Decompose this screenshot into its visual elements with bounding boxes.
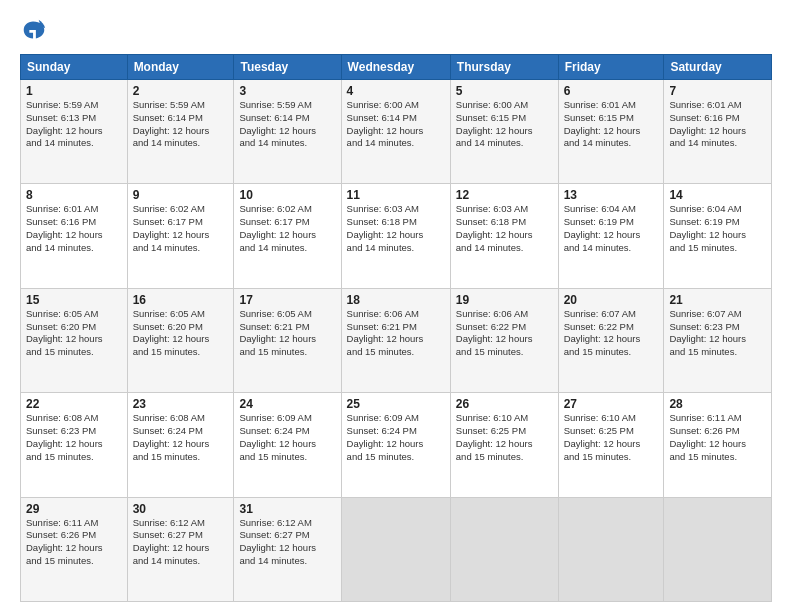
calendar-day-cell: 31Sunrise: 6:12 AMSunset: 6:27 PMDayligh… — [234, 497, 341, 601]
day-info: Sunrise: 6:10 AMSunset: 6:25 PMDaylight:… — [456, 412, 553, 463]
day-number: 18 — [347, 293, 445, 307]
day-number: 11 — [347, 188, 445, 202]
day-info: Sunrise: 6:01 AMSunset: 6:16 PMDaylight:… — [669, 99, 766, 150]
calendar-day-cell: 16Sunrise: 6:05 AMSunset: 6:20 PMDayligh… — [127, 288, 234, 392]
calendar-week-row: 1Sunrise: 5:59 AMSunset: 6:13 PMDaylight… — [21, 80, 772, 184]
calendar-day-cell — [450, 497, 558, 601]
calendar-day-cell: 23Sunrise: 6:08 AMSunset: 6:24 PMDayligh… — [127, 393, 234, 497]
calendar-day-cell — [341, 497, 450, 601]
header — [20, 16, 772, 44]
calendar-day-cell: 26Sunrise: 6:10 AMSunset: 6:25 PMDayligh… — [450, 393, 558, 497]
day-number: 15 — [26, 293, 122, 307]
day-number: 30 — [133, 502, 229, 516]
day-info: Sunrise: 6:11 AMSunset: 6:26 PMDaylight:… — [669, 412, 766, 463]
calendar-day-cell: 15Sunrise: 6:05 AMSunset: 6:20 PMDayligh… — [21, 288, 128, 392]
day-info: Sunrise: 6:06 AMSunset: 6:21 PMDaylight:… — [347, 308, 445, 359]
weekday-header: Friday — [558, 55, 664, 80]
day-number: 5 — [456, 84, 553, 98]
weekday-header: Saturday — [664, 55, 772, 80]
calendar-day-cell: 2Sunrise: 5:59 AMSunset: 6:14 PMDaylight… — [127, 80, 234, 184]
weekday-header-row: SundayMondayTuesdayWednesdayThursdayFrid… — [21, 55, 772, 80]
day-info: Sunrise: 6:12 AMSunset: 6:27 PMDaylight:… — [133, 517, 229, 568]
calendar-week-row: 8Sunrise: 6:01 AMSunset: 6:16 PMDaylight… — [21, 184, 772, 288]
weekday-header: Sunday — [21, 55, 128, 80]
day-number: 14 — [669, 188, 766, 202]
calendar-day-cell: 21Sunrise: 6:07 AMSunset: 6:23 PMDayligh… — [664, 288, 772, 392]
day-number: 3 — [239, 84, 335, 98]
calendar-day-cell — [558, 497, 664, 601]
day-info: Sunrise: 6:10 AMSunset: 6:25 PMDaylight:… — [564, 412, 659, 463]
calendar-day-cell: 20Sunrise: 6:07 AMSunset: 6:22 PMDayligh… — [558, 288, 664, 392]
day-info: Sunrise: 6:00 AMSunset: 6:15 PMDaylight:… — [456, 99, 553, 150]
day-number: 29 — [26, 502, 122, 516]
calendar-day-cell: 28Sunrise: 6:11 AMSunset: 6:26 PMDayligh… — [664, 393, 772, 497]
day-number: 20 — [564, 293, 659, 307]
calendar-day-cell: 11Sunrise: 6:03 AMSunset: 6:18 PMDayligh… — [341, 184, 450, 288]
day-number: 4 — [347, 84, 445, 98]
calendar-day-cell: 24Sunrise: 6:09 AMSunset: 6:24 PMDayligh… — [234, 393, 341, 497]
calendar-week-row: 22Sunrise: 6:08 AMSunset: 6:23 PMDayligh… — [21, 393, 772, 497]
day-number: 9 — [133, 188, 229, 202]
calendar-week-row: 29Sunrise: 6:11 AMSunset: 6:26 PMDayligh… — [21, 497, 772, 601]
day-number: 13 — [564, 188, 659, 202]
day-info: Sunrise: 6:09 AMSunset: 6:24 PMDaylight:… — [347, 412, 445, 463]
weekday-header: Tuesday — [234, 55, 341, 80]
day-info: Sunrise: 6:11 AMSunset: 6:26 PMDaylight:… — [26, 517, 122, 568]
day-number: 8 — [26, 188, 122, 202]
day-info: Sunrise: 6:06 AMSunset: 6:22 PMDaylight:… — [456, 308, 553, 359]
calendar-day-cell: 5Sunrise: 6:00 AMSunset: 6:15 PMDaylight… — [450, 80, 558, 184]
day-number: 25 — [347, 397, 445, 411]
calendar-day-cell: 7Sunrise: 6:01 AMSunset: 6:16 PMDaylight… — [664, 80, 772, 184]
day-number: 2 — [133, 84, 229, 98]
day-number: 19 — [456, 293, 553, 307]
calendar-day-cell — [664, 497, 772, 601]
logo — [20, 16, 52, 44]
calendar-table: SundayMondayTuesdayWednesdayThursdayFrid… — [20, 54, 772, 602]
day-info: Sunrise: 6:03 AMSunset: 6:18 PMDaylight:… — [347, 203, 445, 254]
day-info: Sunrise: 6:00 AMSunset: 6:14 PMDaylight:… — [347, 99, 445, 150]
day-info: Sunrise: 6:04 AMSunset: 6:19 PMDaylight:… — [564, 203, 659, 254]
calendar-day-cell: 14Sunrise: 6:04 AMSunset: 6:19 PMDayligh… — [664, 184, 772, 288]
day-number: 22 — [26, 397, 122, 411]
calendar-day-cell: 3Sunrise: 5:59 AMSunset: 6:14 PMDaylight… — [234, 80, 341, 184]
day-info: Sunrise: 6:01 AMSunset: 6:15 PMDaylight:… — [564, 99, 659, 150]
calendar-day-cell: 25Sunrise: 6:09 AMSunset: 6:24 PMDayligh… — [341, 393, 450, 497]
day-info: Sunrise: 6:05 AMSunset: 6:20 PMDaylight:… — [133, 308, 229, 359]
calendar-day-cell: 10Sunrise: 6:02 AMSunset: 6:17 PMDayligh… — [234, 184, 341, 288]
calendar-day-cell: 9Sunrise: 6:02 AMSunset: 6:17 PMDaylight… — [127, 184, 234, 288]
day-info: Sunrise: 5:59 AMSunset: 6:13 PMDaylight:… — [26, 99, 122, 150]
calendar-day-cell: 8Sunrise: 6:01 AMSunset: 6:16 PMDaylight… — [21, 184, 128, 288]
day-info: Sunrise: 6:12 AMSunset: 6:27 PMDaylight:… — [239, 517, 335, 568]
day-info: Sunrise: 6:09 AMSunset: 6:24 PMDaylight:… — [239, 412, 335, 463]
day-number: 24 — [239, 397, 335, 411]
day-info: Sunrise: 6:03 AMSunset: 6:18 PMDaylight:… — [456, 203, 553, 254]
day-number: 31 — [239, 502, 335, 516]
weekday-header: Thursday — [450, 55, 558, 80]
calendar-week-row: 15Sunrise: 6:05 AMSunset: 6:20 PMDayligh… — [21, 288, 772, 392]
day-info: Sunrise: 6:08 AMSunset: 6:23 PMDaylight:… — [26, 412, 122, 463]
day-number: 12 — [456, 188, 553, 202]
page: SundayMondayTuesdayWednesdayThursdayFrid… — [0, 0, 792, 612]
day-number: 17 — [239, 293, 335, 307]
day-info: Sunrise: 5:59 AMSunset: 6:14 PMDaylight:… — [239, 99, 335, 150]
calendar-day-cell: 1Sunrise: 5:59 AMSunset: 6:13 PMDaylight… — [21, 80, 128, 184]
day-info: Sunrise: 6:07 AMSunset: 6:22 PMDaylight:… — [564, 308, 659, 359]
day-number: 21 — [669, 293, 766, 307]
day-number: 10 — [239, 188, 335, 202]
day-info: Sunrise: 6:02 AMSunset: 6:17 PMDaylight:… — [133, 203, 229, 254]
calendar-day-cell: 18Sunrise: 6:06 AMSunset: 6:21 PMDayligh… — [341, 288, 450, 392]
day-info: Sunrise: 6:01 AMSunset: 6:16 PMDaylight:… — [26, 203, 122, 254]
day-info: Sunrise: 6:05 AMSunset: 6:20 PMDaylight:… — [26, 308, 122, 359]
calendar-day-cell: 29Sunrise: 6:11 AMSunset: 6:26 PMDayligh… — [21, 497, 128, 601]
day-number: 26 — [456, 397, 553, 411]
day-info: Sunrise: 6:07 AMSunset: 6:23 PMDaylight:… — [669, 308, 766, 359]
calendar-day-cell: 13Sunrise: 6:04 AMSunset: 6:19 PMDayligh… — [558, 184, 664, 288]
day-info: Sunrise: 6:05 AMSunset: 6:21 PMDaylight:… — [239, 308, 335, 359]
calendar-day-cell: 19Sunrise: 6:06 AMSunset: 6:22 PMDayligh… — [450, 288, 558, 392]
calendar-day-cell: 4Sunrise: 6:00 AMSunset: 6:14 PMDaylight… — [341, 80, 450, 184]
day-info: Sunrise: 6:04 AMSunset: 6:19 PMDaylight:… — [669, 203, 766, 254]
calendar-day-cell: 12Sunrise: 6:03 AMSunset: 6:18 PMDayligh… — [450, 184, 558, 288]
day-info: Sunrise: 5:59 AMSunset: 6:14 PMDaylight:… — [133, 99, 229, 150]
day-number: 23 — [133, 397, 229, 411]
weekday-header: Monday — [127, 55, 234, 80]
